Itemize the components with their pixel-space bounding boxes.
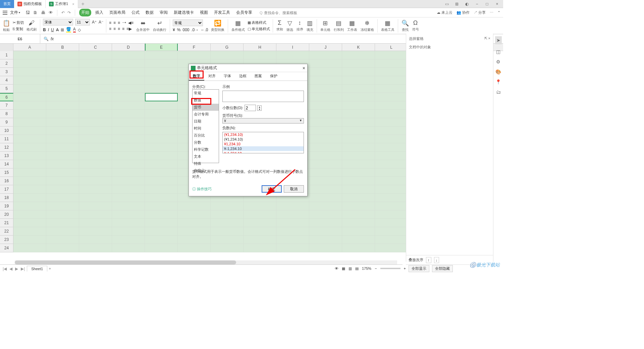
indent-dec-icon[interactable]: ◀≡: [128, 20, 133, 25]
row-header-15[interactable]: 15: [0, 168, 13, 177]
cell-J18[interactable]: [309, 194, 342, 202]
row-header-24[interactable]: 24: [0, 244, 13, 252]
cell-F21[interactable]: [178, 219, 211, 227]
cell-D5[interactable]: [112, 85, 145, 93]
cell-J15[interactable]: [309, 168, 342, 177]
cell-I23[interactable]: [276, 236, 309, 244]
paste-button[interactable]: 📋粘贴: [2, 19, 11, 32]
cell-A7[interactable]: [13, 101, 46, 110]
cell-H23[interactable]: [244, 236, 276, 244]
col-header-A[interactable]: A: [13, 44, 46, 51]
cell-L16[interactable]: [375, 177, 408, 185]
cell-D18[interactable]: [112, 194, 145, 202]
cell-K18[interactable]: [342, 194, 375, 202]
cell-A22[interactable]: [13, 227, 46, 236]
cell-B12[interactable]: [46, 143, 79, 152]
col-header-F[interactable]: F: [178, 44, 211, 51]
formatpainter-button[interactable]: 🖌格式刷: [26, 19, 37, 32]
cell-A6[interactable]: [13, 93, 46, 101]
row-header-19[interactable]: 19: [0, 202, 13, 210]
cell-B19[interactable]: [46, 202, 79, 210]
freeze-button[interactable]: ❄冻结窗格: [360, 19, 375, 32]
cell-K4[interactable]: [342, 76, 375, 85]
cell-K11[interactable]: [342, 135, 375, 143]
cell-G1[interactable]: [211, 51, 244, 59]
cell-H21[interactable]: [244, 219, 276, 227]
cell-C11[interactable]: [79, 135, 112, 143]
tab-workbook[interactable]: S工作簿1×: [46, 0, 78, 8]
cell-D2[interactable]: [112, 59, 145, 68]
cell-L10[interactable]: [375, 127, 408, 135]
shapes-icon[interactable]: ◫: [496, 49, 500, 54]
col-header-D[interactable]: D: [112, 44, 145, 51]
cell-L9[interactable]: [375, 118, 408, 127]
cell-L17[interactable]: [375, 185, 408, 194]
cell-E1[interactable]: [145, 51, 178, 59]
row-header-14[interactable]: 14: [0, 160, 13, 168]
neg-opt-3[interactable]: ¥-1,234.10: [223, 146, 304, 151]
select-all-corner[interactable]: [0, 44, 13, 51]
cell-K24[interactable]: [342, 244, 375, 252]
row-header-17[interactable]: 17: [0, 185, 13, 194]
cat-text[interactable]: 文本: [193, 153, 219, 160]
view-page-icon[interactable]: ▥: [348, 266, 352, 271]
cut-button[interactable]: ✂剪切: [13, 20, 24, 25]
merge-button[interactable]: ⬌合并居中: [136, 19, 150, 32]
cell-I21[interactable]: [276, 219, 309, 227]
menu-insert[interactable]: 插入: [93, 9, 105, 16]
col-header-J[interactable]: J: [309, 44, 342, 51]
align-left-icon[interactable]: ≡: [109, 27, 111, 31]
print-icon[interactable]: 🖶: [41, 10, 45, 15]
cell-G20[interactable]: [211, 210, 244, 219]
comma-icon[interactable]: 000: [182, 28, 189, 32]
cell-D4[interactable]: [112, 76, 145, 85]
cell-I19[interactable]: [276, 202, 309, 210]
cell-L8[interactable]: [375, 110, 408, 118]
cell-D23[interactable]: [112, 236, 145, 244]
cell-A14[interactable]: [13, 160, 46, 168]
cell-L4[interactable]: [375, 76, 408, 85]
cell-A8[interactable]: [13, 110, 46, 118]
strike-icon[interactable]: A̶: [56, 28, 59, 32]
fill-button[interactable]: ▥填充: [306, 19, 314, 32]
cell-H19[interactable]: [244, 202, 276, 210]
cell-E6[interactable]: [145, 93, 178, 101]
undo-icon[interactable]: ↶: [61, 10, 65, 15]
cell-J23[interactable]: [309, 236, 342, 244]
cat-number[interactable]: 数值: [193, 97, 219, 104]
cell-G23[interactable]: [211, 236, 244, 244]
cell-C14[interactable]: [79, 160, 112, 168]
align-bot-icon[interactable]: ≡: [118, 20, 120, 25]
cell-E3[interactable]: [145, 68, 178, 76]
cell-D14[interactable]: [112, 160, 145, 168]
cell-L20[interactable]: [375, 210, 408, 219]
cell-L12[interactable]: [375, 143, 408, 152]
cell-L1[interactable]: [375, 51, 408, 59]
row-header-7[interactable]: 7: [0, 101, 13, 110]
row-header-3[interactable]: 3: [0, 68, 13, 76]
cell-E2[interactable]: [145, 59, 178, 68]
cell-E7[interactable]: [145, 101, 178, 110]
row-header-2[interactable]: 2: [0, 59, 13, 68]
cell-C22[interactable]: [79, 227, 112, 236]
sheet-prev-icon[interactable]: ◀: [9, 266, 13, 271]
cell-K6[interactable]: [342, 93, 375, 101]
cat-percent[interactable]: 百分比: [193, 132, 219, 139]
cell-C18[interactable]: [79, 194, 112, 202]
cell-C16[interactable]: [79, 177, 112, 185]
filter-button[interactable]: ▽筛选: [286, 19, 294, 32]
negative-list[interactable]: (¥1,234.10) (¥1,234.10) ¥1,234.10 ¥-1,23…: [222, 132, 304, 153]
cell-B22[interactable]: [46, 227, 79, 236]
fillcolor-icon[interactable]: 🪣: [66, 27, 71, 33]
spin-up-icon[interactable]: ▲: [258, 106, 261, 108]
menu-start[interactable]: 开始: [79, 9, 91, 16]
style-icon[interactable]: 🎨: [495, 69, 501, 74]
cell-J5[interactable]: [309, 85, 342, 93]
row-header-11[interactable]: 11: [0, 135, 13, 143]
neg-opt-1[interactable]: (¥1,234.10): [223, 137, 304, 142]
fx-search-icon[interactable]: 🔍: [44, 37, 49, 41]
neg-opt-0[interactable]: (¥1,234.10): [223, 132, 304, 137]
cell-A17[interactable]: [13, 185, 46, 194]
panel-close-icon[interactable]: ×: [488, 36, 490, 40]
cell-K10[interactable]: [342, 127, 375, 135]
